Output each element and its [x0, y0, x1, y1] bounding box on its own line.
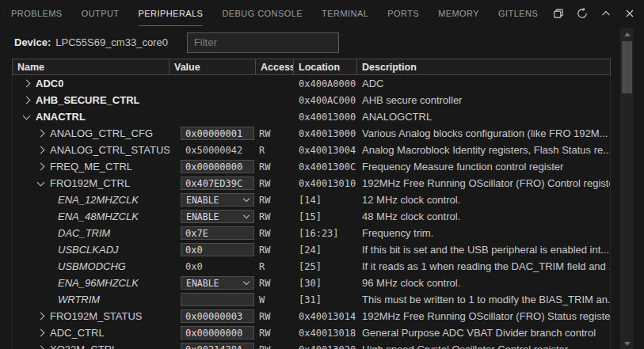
- register-name: ADC_CTRL: [50, 327, 105, 339]
- register-name-cell: DAC_TRIM: [13, 225, 170, 241]
- table-row[interactable]: WRTRIMW[31]This must be written to 1 to …: [13, 291, 610, 308]
- value-cell: ENABLE: [170, 192, 256, 208]
- value-select[interactable]: ENABLE: [181, 276, 254, 290]
- register-name: FRO192M_CTRL: [50, 177, 130, 189]
- table-row[interactable]: ENA_12MHZCLKENABLERW[14]12 MHz clock con…: [13, 192, 610, 208]
- value-cell: ENABLE: [170, 208, 256, 225]
- value-select[interactable]: ENABLE: [181, 210, 254, 223]
- chevron-right-icon[interactable]: [37, 313, 45, 321]
- filter-input[interactable]: [187, 32, 339, 53]
- panel-tab-debug-console[interactable]: DEBUG CONSOLE: [222, 0, 303, 26]
- panel-tab-problems[interactable]: PROBLEMS: [11, 0, 63, 26]
- column-header-name: Name: [13, 59, 170, 74]
- panel-tab-memory[interactable]: MEMORY: [438, 0, 479, 26]
- value-input[interactable]: [181, 127, 254, 140]
- description-cell: If this bit is set and the USB periphera…: [357, 241, 610, 258]
- access-cell: RW: [256, 225, 294, 241]
- register-name: AHB_SECURE_CTRL: [36, 94, 139, 106]
- scroll-down-arrow-icon[interactable]: [620, 338, 634, 349]
- chevron-right-icon[interactable]: [37, 346, 45, 349]
- column-header-location: Location: [294, 59, 357, 74]
- register-name-cell: ENA_12MHZCLK: [13, 192, 170, 208]
- value-input[interactable]: [181, 160, 254, 173]
- value-input[interactable]: [181, 293, 254, 306]
- table-row[interactable]: USBMODCHG0x0R[25]If it reads as 1 when r…: [13, 258, 610, 275]
- chevron-down-icon[interactable]: [23, 112, 31, 119]
- access-cell: RW: [256, 192, 294, 208]
- register-name: ENA_96MHZCLK: [58, 277, 139, 289]
- register-name-cell: WRTRIM: [13, 291, 170, 308]
- location-cell: [25]: [294, 258, 357, 275]
- table-row[interactable]: ANACTRL0x40013000ANALOGCTRL: [13, 108, 610, 125]
- vertical-scrollbar[interactable]: [620, 28, 634, 349]
- table-row[interactable]: FREQ_ME_CTRLRW0x4001300CFrequency Measur…: [13, 158, 610, 175]
- register-name-cell: FRO192M_CTRL: [13, 175, 170, 192]
- access-cell: RW: [256, 275, 294, 291]
- table-row[interactable]: FRO192M_CTRLRW0x40013010192MHz Free Runn…: [13, 175, 610, 192]
- value-input[interactable]: [181, 326, 254, 340]
- value-input[interactable]: [181, 176, 254, 190]
- chevron-down-icon: [243, 279, 250, 285]
- panel-tab-ports[interactable]: PORTS: [387, 0, 419, 26]
- location-cell: [16:23]: [294, 225, 357, 241]
- register-name-cell: FREQ_ME_CTRL: [13, 158, 170, 175]
- table-row[interactable]: ANALOG_CTRL_CFGRW0x40013000Various Analo…: [13, 125, 610, 142]
- device-name: LPC55S69_cm33_core0: [55, 36, 168, 48]
- close-panel-icon[interactable]: [620, 4, 639, 23]
- table-row[interactable]: DAC_TRIMRW[16:23]Frequency trim.: [13, 225, 610, 241]
- description-cell: Frequency Measure function control regis…: [357, 158, 610, 175]
- maximize-panel-chevron-up-icon[interactable]: [596, 4, 615, 23]
- table-row[interactable]: XO32M_CTRLRW0x40013020High speed Crystal…: [13, 341, 610, 349]
- chevron-right-icon[interactable]: [37, 130, 45, 138]
- chevron-right-icon[interactable]: [37, 163, 45, 171]
- value-cell: 0x50000042: [170, 142, 256, 158]
- table-row[interactable]: ENA_48MHZCLKENABLERW[15]48 MHz clock con…: [13, 208, 610, 225]
- table-row[interactable]: AHB_SECURE_CTRL0x400AC000AHB secure cont…: [13, 92, 610, 108]
- table-row[interactable]: ADC_CTRLRW0x40013018General Purpose ADC …: [13, 324, 610, 341]
- value-cell: ENABLE: [170, 275, 256, 291]
- location-cell: 0x4001300C: [294, 158, 357, 175]
- table-row[interactable]: ENA_96MHZCLKENABLERW[30]96 MHz clock con…: [13, 275, 610, 291]
- location-cell: 0x40013010: [294, 175, 357, 192]
- value-cell: [170, 75, 256, 92]
- table-row[interactable]: ANALOG_CTRL_STATUS0x50000042R0x40013004A…: [13, 142, 610, 158]
- access-cell: [256, 92, 294, 108]
- value-select-label: ENABLE: [186, 278, 219, 289]
- value-select[interactable]: ENABLE: [181, 193, 254, 207]
- scrollbar-thumb[interactable]: [622, 41, 632, 93]
- value-input[interactable]: [181, 343, 254, 349]
- chevron-right-icon[interactable]: [23, 80, 31, 88]
- chevron-right-icon[interactable]: [37, 146, 45, 154]
- description-cell: Frequency trim.: [357, 225, 610, 241]
- register-name: XO32M_CTRL: [50, 343, 117, 349]
- table-row[interactable]: USBCLKADJRW[24]If this bit is set and th…: [13, 241, 610, 258]
- access-cell: [256, 75, 294, 92]
- description-cell: 48 MHz clock control.: [357, 208, 610, 225]
- value-select-label: ENABLE: [186, 211, 219, 222]
- split-panel-icon[interactable]: [549, 4, 568, 23]
- scroll-up-arrow-icon[interactable]: [620, 28, 634, 40]
- panel-tab-output[interactable]: OUTPUT: [82, 0, 120, 26]
- panel-tab-peripherals[interactable]: PERIPHERALS: [139, 0, 204, 26]
- description-cell: 12 MHz clock control.: [357, 192, 610, 208]
- value-select-label: ENABLE: [186, 195, 219, 206]
- register-name-cell: ENA_48MHZCLK: [13, 208, 170, 225]
- value-readonly: 0x0: [181, 261, 203, 272]
- value-input[interactable]: [181, 243, 254, 256]
- access-cell: RW: [256, 208, 294, 225]
- value-input[interactable]: [181, 309, 254, 323]
- description-cell: 192MHz Free Running OScillator (FRO) Con…: [357, 175, 610, 192]
- table-row[interactable]: FRO192M_STATUSRW0x40013014192MHz Free Ru…: [13, 308, 610, 324]
- value-input[interactable]: [181, 226, 254, 240]
- panel-tab-terminal[interactable]: TERMINAL: [322, 0, 368, 26]
- panel-tab-gitlens[interactable]: GITLENS: [498, 0, 538, 26]
- description-cell: This must be written to 1 to modify the …: [357, 291, 610, 308]
- register-name-cell: ENA_96MHZCLK: [13, 275, 170, 291]
- chevron-right-icon[interactable]: [37, 329, 45, 337]
- chevron-down-icon[interactable]: [37, 178, 45, 186]
- chevron-right-icon[interactable]: [23, 97, 31, 104]
- register-name-cell: USBMODCHG: [13, 258, 170, 275]
- register-name: USBMODCHG: [58, 260, 126, 272]
- table-row[interactable]: ADC00x400A0000ADC: [13, 75, 610, 92]
- refresh-icon[interactable]: [573, 4, 592, 23]
